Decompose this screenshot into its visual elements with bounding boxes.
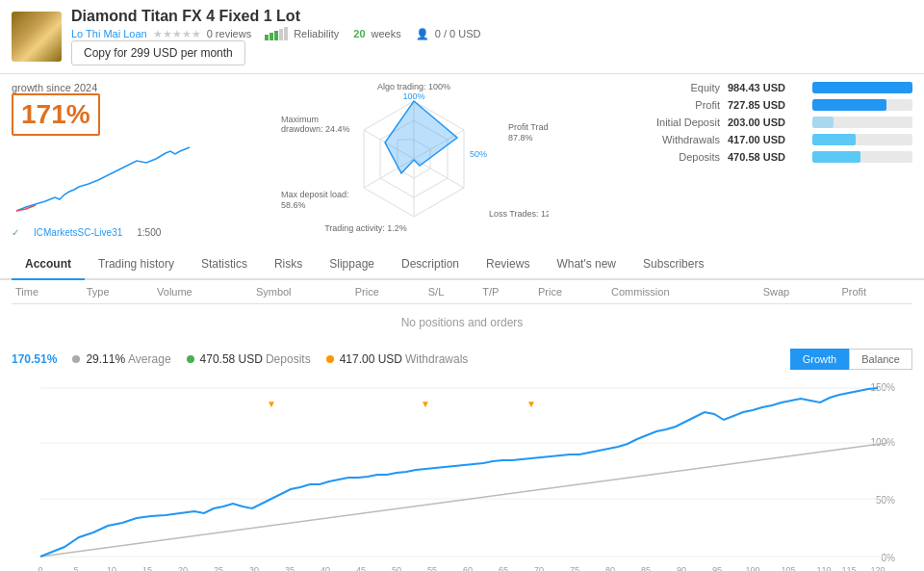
col-tp: T/P bbox=[478, 280, 534, 304]
tab-trading-history[interactable]: Trading history bbox=[85, 249, 188, 280]
tab-reviews[interactable]: Reviews bbox=[473, 249, 543, 280]
avg-dot bbox=[72, 355, 80, 363]
person-icon: 👤 bbox=[416, 28, 429, 40]
tab-slippage[interactable]: Slippage bbox=[316, 249, 388, 280]
svg-text:50%: 50% bbox=[876, 495, 895, 506]
equity-bar-container bbox=[812, 82, 912, 93]
leverage: 1:500 bbox=[137, 227, 161, 238]
equity-value: 984.43 USD bbox=[728, 82, 805, 93]
withdrawals-value: 417.00 USD bbox=[728, 134, 805, 145]
col-symbol: Symbol bbox=[252, 280, 351, 304]
header-info: Diamond Titan FX 4 Fixed 1 Lot Lo Thi Ma… bbox=[71, 8, 912, 65]
table-section: Time Type Volume Symbol Price S/L T/P Pr… bbox=[0, 280, 924, 341]
svg-text:35: 35 bbox=[285, 565, 295, 571]
initial-deposit-row: Initial Deposit 203.00 USD bbox=[624, 117, 912, 128]
svg-text:25: 25 bbox=[214, 565, 223, 571]
svg-line-30 bbox=[40, 443, 887, 557]
col-type: Type bbox=[83, 280, 153, 304]
weeks-badge: 20 bbox=[353, 28, 365, 39]
svg-text:95: 95 bbox=[712, 565, 722, 571]
growth-stat: 170.51% bbox=[12, 352, 57, 366]
withdrawals-bar-container bbox=[812, 134, 912, 145]
svg-text:Maximum: Maximum bbox=[281, 115, 319, 124]
withdrawals-row: Withdrawals 417.00 USD bbox=[624, 134, 912, 145]
profit-value: 727.85 USD bbox=[728, 99, 805, 111]
svg-text:Max deposit load:: Max deposit load: bbox=[281, 190, 349, 199]
rel-bar-5 bbox=[284, 27, 288, 40]
profit-row: Profit 727.85 USD bbox=[624, 99, 912, 111]
profit-bar-container bbox=[812, 99, 912, 111]
growth-panel: growth since 2024 171% ✓ ICMarketsSC-Liv… bbox=[12, 82, 204, 238]
no-positions-text: No positions and orders bbox=[12, 304, 912, 342]
balance-button[interactable]: Balance bbox=[849, 349, 912, 370]
withdrawals-stat: 417.00 USD Withdrawals bbox=[326, 352, 469, 366]
initial-deposit-bar bbox=[812, 117, 834, 128]
radar-chart: 100% 50% Algo trading: 100% Profit Trade… bbox=[279, 82, 549, 236]
header: Diamond Titan FX 4 Fixed 1 Lot Lo Thi Ma… bbox=[0, 0, 924, 74]
tab-statistics[interactable]: Statistics bbox=[188, 249, 261, 280]
page-title: Diamond Titan FX 4 Fixed 1 Lot bbox=[71, 8, 912, 25]
col-volume: Volume bbox=[153, 280, 252, 304]
svg-text:▼: ▼ bbox=[526, 399, 536, 409]
svg-text:75: 75 bbox=[570, 565, 579, 571]
deposits-stat: 470.58 USD Deposits bbox=[187, 352, 311, 366]
svg-text:0: 0 bbox=[38, 565, 42, 571]
rel-bar-1 bbox=[265, 35, 269, 40]
rel-bar-3 bbox=[274, 31, 278, 40]
svg-text:▼: ▼ bbox=[267, 399, 276, 409]
chart-section: 170.51% 29.11% Average 470.58 USD Deposi… bbox=[0, 341, 924, 571]
deposits-chart-val: 470.58 USD bbox=[200, 352, 263, 366]
reliability-bars bbox=[265, 27, 288, 40]
tab-whats-new[interactable]: What's new bbox=[543, 249, 629, 280]
deposits-bar-container bbox=[812, 151, 912, 163]
svg-text:55: 55 bbox=[427, 565, 437, 571]
withdrawals-label: Withdrawals bbox=[624, 134, 720, 145]
svg-text:58.6%: 58.6% bbox=[281, 200, 306, 210]
profit-label: Profit bbox=[624, 99, 720, 111]
stars: ★★★★★ bbox=[153, 28, 201, 40]
rel-bar-4 bbox=[279, 29, 283, 40]
mini-growth-chart bbox=[12, 142, 194, 219]
col-time: Time bbox=[12, 280, 83, 304]
tab-account[interactable]: Account bbox=[12, 249, 85, 280]
stats-panel: Equity 984.43 USD Profit 727.85 USD Init… bbox=[624, 82, 912, 238]
growth-value: 171% bbox=[12, 93, 100, 136]
tab-subscribers[interactable]: Subscribers bbox=[629, 249, 717, 280]
svg-text:87.8%: 87.8% bbox=[508, 133, 533, 143]
main-content: growth since 2024 171% ✓ ICMarketsSC-Liv… bbox=[0, 74, 924, 246]
author-name: Lo Thi Mai Loan bbox=[71, 28, 147, 39]
col-commission: Commission bbox=[607, 280, 759, 304]
svg-text:85: 85 bbox=[641, 565, 651, 571]
deposits-dot bbox=[187, 355, 194, 363]
svg-text:drawdown: 24.4%: drawdown: 24.4% bbox=[281, 124, 350, 134]
deposits-bar bbox=[812, 151, 860, 163]
col-sl: S/L bbox=[424, 280, 478, 304]
server-info: ✓ ICMarketsSC-Live31 1:500 bbox=[12, 227, 204, 238]
svg-text:110: 110 bbox=[816, 565, 831, 571]
copy-button[interactable]: Copy for 299 USD per month bbox=[71, 40, 245, 65]
svg-text:40: 40 bbox=[321, 565, 330, 571]
reliability-label bbox=[265, 27, 288, 40]
col-swap: Swap bbox=[759, 280, 838, 304]
equity-row: Equity 984.43 USD bbox=[624, 82, 912, 93]
tab-description[interactable]: Description bbox=[388, 249, 473, 280]
svg-text:20: 20 bbox=[178, 565, 188, 571]
svg-text:5: 5 bbox=[73, 565, 78, 571]
col-price: Price bbox=[351, 280, 424, 304]
chart-controls: Growth Balance bbox=[790, 349, 912, 370]
svg-text:60: 60 bbox=[463, 565, 473, 571]
svg-text:Loss Trades: 12.2%: Loss Trades: 12.2% bbox=[489, 209, 549, 219]
tab-risks[interactable]: Risks bbox=[261, 249, 316, 280]
initial-deposit-label: Initial Deposit bbox=[624, 117, 720, 128]
average-stat: 29.11% Average bbox=[72, 352, 170, 366]
rel-bar-2 bbox=[270, 33, 273, 40]
withdrawals-chart-val: 417.00 USD bbox=[340, 352, 402, 366]
svg-text:Trading activity: 1.2%: Trading activity: 1.2% bbox=[324, 223, 407, 233]
svg-text:50%: 50% bbox=[470, 149, 487, 159]
server-name: ICMarketsSC-Live31 bbox=[34, 227, 122, 238]
svg-text:65: 65 bbox=[499, 565, 508, 571]
equity-label: Equity bbox=[624, 82, 720, 93]
weeks-label: weeks bbox=[372, 28, 401, 39]
svg-text:45: 45 bbox=[356, 565, 366, 571]
growth-button[interactable]: Growth bbox=[790, 349, 849, 370]
